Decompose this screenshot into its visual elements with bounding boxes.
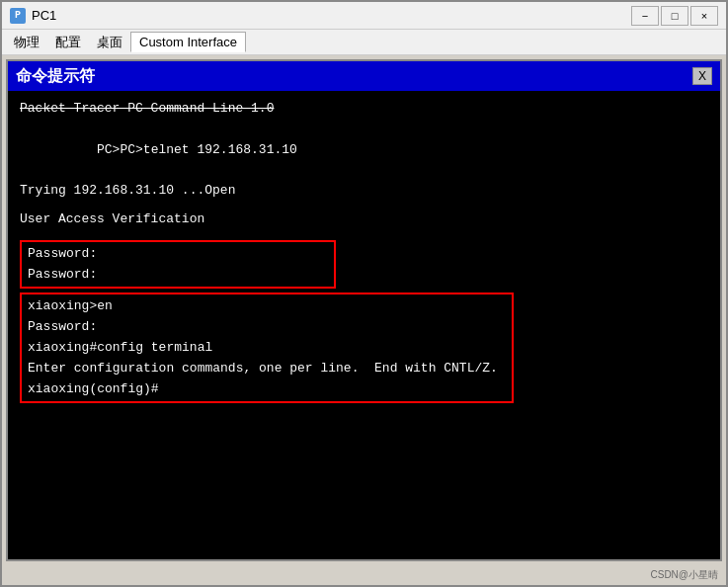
block-line-0: xiaoxing>en bbox=[28, 296, 506, 317]
terminal-line-2: PC>PC>telnet 192.168.31.10 bbox=[20, 120, 708, 181]
password-line-2: Password: bbox=[28, 265, 328, 286]
window-icon: P bbox=[10, 8, 26, 24]
block-line-3: Enter configuration commands, one per li… bbox=[28, 359, 506, 379]
cmd-close-button[interactable]: X bbox=[692, 67, 712, 85]
menu-item-custom-interface[interactable]: Custom Interface bbox=[130, 32, 246, 52]
bottom-bar: CSDN@小星晴 bbox=[2, 565, 726, 585]
window-controls: − □ × bbox=[631, 6, 718, 26]
close-button[interactable]: × bbox=[690, 6, 718, 26]
terminal-line-5: User Access Verification bbox=[20, 210, 708, 230]
block-line-1: Password: bbox=[28, 317, 506, 338]
menu-bar: 物理 配置 桌面 Custom Interface bbox=[2, 30, 726, 55]
menu-item-wuli[interactable]: 物理 bbox=[6, 31, 47, 54]
block-line-4: xiaoxing(config)# bbox=[28, 379, 506, 400]
config-block: xiaoxing>en Password: xiaoxing#config te… bbox=[20, 293, 708, 403]
menu-item-zhuomian[interactable]: 桌面 bbox=[89, 31, 130, 54]
cmd-title-text: 命令提示符 bbox=[16, 66, 95, 87]
cmd-window: 命令提示符 X Packet Tracer PC Command Line 1.… bbox=[6, 59, 722, 561]
maximize-button[interactable]: □ bbox=[661, 6, 688, 26]
content-area: 命令提示符 X Packet Tracer PC Command Line 1.… bbox=[2, 55, 726, 565]
terminal-line-3: Trying 192.168.31.10 ...Open bbox=[20, 181, 708, 202]
main-window: P PC1 − □ × 物理 配置 桌面 Custom Interface 命令… bbox=[0, 0, 728, 587]
spacer2 bbox=[20, 230, 708, 238]
password-line-1: Password: bbox=[28, 244, 328, 265]
terminal-line-1: Packet Tracer PC Command Line 1.0 bbox=[20, 99, 708, 120]
block-line-2: xiaoxing#config terminal bbox=[28, 338, 506, 359]
telnet-cmd: PC>telnet 192.168.31.10 bbox=[120, 142, 296, 157]
minimize-button[interactable]: − bbox=[631, 6, 659, 26]
window-title: PC1 bbox=[32, 8, 625, 23]
title-bar: P PC1 − □ × bbox=[2, 2, 726, 30]
password-box-1: Password: Password: bbox=[20, 240, 708, 290]
pc-prompt: PC> bbox=[97, 142, 120, 157]
spacer1 bbox=[20, 202, 708, 210]
cmd-title-bar: 命令提示符 X bbox=[8, 61, 720, 91]
terminal[interactable]: Packet Tracer PC Command Line 1.0 PC>PC>… bbox=[8, 91, 720, 559]
menu-item-peizhi[interactable]: 配置 bbox=[47, 31, 89, 54]
watermark: CSDN@小星晴 bbox=[651, 568, 719, 582]
